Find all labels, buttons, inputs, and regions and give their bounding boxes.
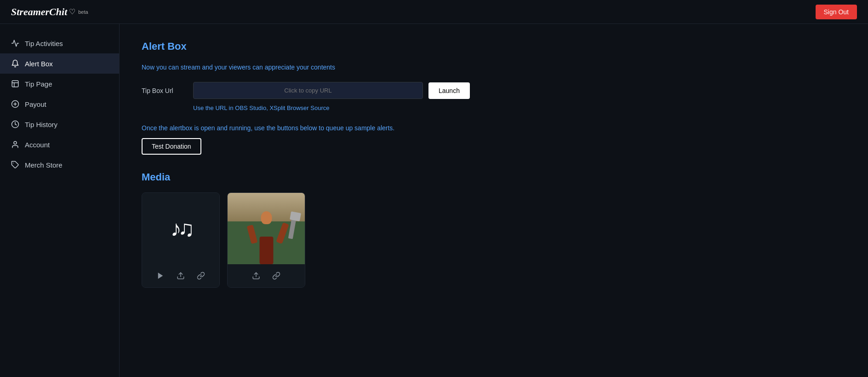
bell-icon [11,59,19,68]
url-field-label: Tip Box Url [142,87,188,94]
svg-rect-0 [12,81,18,87]
video-upload-button[interactable] [250,270,262,282]
tag-icon [11,161,19,169]
test-donation-button[interactable]: Test Donation [142,138,201,155]
instructions-text: Once the alertbox is open and running, u… [142,124,846,132]
logo: StreamerChit ♡ beta [11,6,88,18]
sidebar-label-merch-store: Merch Store [25,161,63,169]
dollar-icon [11,100,19,108]
main-content: Alert Box Now you can stream and your vi… [120,24,868,377]
sidebar-label-tip-page: Tip Page [25,80,52,88]
link-icon [197,272,205,280]
sidebar-label-tip-history: Tip History [25,121,57,128]
video-actions [228,264,305,287]
upload-icon [177,272,185,280]
media-card-audio: ♪♫ [142,192,220,288]
music-notes-icon: ♪♫ [171,216,191,241]
sidebar-label-account: Account [25,141,50,149]
video-preview [228,193,305,264]
sidebar-item-tip-page[interactable]: Tip Page [0,74,119,94]
audio-preview: ♪♫ [142,193,219,264]
sidebar-item-account[interactable]: Account [0,134,119,155]
svg-point-7 [14,141,17,144]
signout-button[interactable]: Sign Out [816,5,857,19]
audio-play-button[interactable] [154,270,166,282]
logo-beta-label: beta [78,9,88,15]
user-icon [11,140,19,149]
sidebar-item-tip-activities[interactable]: Tip Activities [0,33,119,53]
sidebar-label-alert-box: Alert Box [25,60,53,68]
subtitle-text: Now you can stream and your viewers can … [142,64,846,71]
sidebar-item-tip-history[interactable]: Tip History [0,114,119,134]
sidebar-item-merch-store[interactable]: Merch Store [0,155,119,175]
svg-marker-9 [158,273,163,279]
layout: Tip Activities Alert Box Tip Page Payout [0,24,868,377]
sidebar-item-payout[interactable]: Payout [0,94,119,114]
logo-text: StreamerChit [11,6,67,18]
sidebar-label-tip-activities: Tip Activities [25,40,63,47]
tip-box-url-input[interactable] [193,82,423,99]
video-link-button[interactable] [270,270,282,282]
file-icon [11,80,19,88]
audio-link-button[interactable] [195,270,207,282]
clock-icon [11,120,19,128]
audio-upload-button[interactable] [175,270,187,282]
activity-icon [11,39,19,47]
audio-actions [142,264,219,287]
logo-heart-icon: ♡ [69,7,75,16]
url-field-row: Tip Box Url Launch [142,82,846,99]
sidebar: Tip Activities Alert Box Tip Page Payout [0,24,120,377]
sidebar-item-alert-box[interactable]: Alert Box [0,53,119,74]
obs-hint-text: Use the URL in OBS Studio, XSplit Browse… [193,104,846,111]
link-icon-2 [272,272,280,280]
play-icon [156,272,165,280]
sidebar-label-payout: Payout [25,100,46,108]
page-title: Alert Box [142,41,846,52]
launch-button[interactable]: Launch [428,82,470,99]
media-section-title: Media [142,171,846,183]
upload-icon-2 [252,272,260,280]
media-grid: ♪♫ [142,192,846,288]
topnav: StreamerChit ♡ beta Sign Out [0,0,868,24]
media-card-video [227,192,305,288]
